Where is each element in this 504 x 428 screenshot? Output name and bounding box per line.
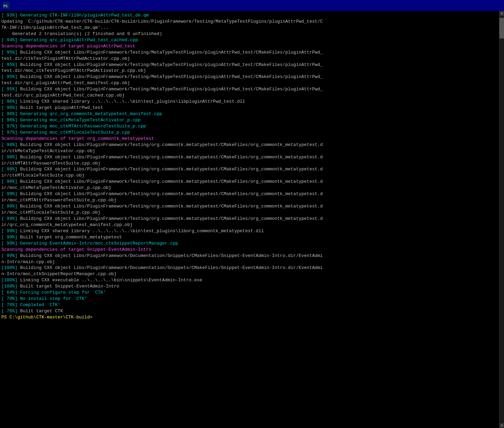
- scrollbar[interactable]: ▲ ▼: [499, 11, 504, 428]
- terminal-line: [ 95%] Building CXX object Libs/PluginFr…: [1, 49, 496, 56]
- terminal-line: [ 64%] Forcing configure step for `CTK': [1, 290, 496, 296]
- terminal-line: [ 99%] Building CXX object Libs/PluginFr…: [1, 253, 496, 259]
- terminal-line: [ 76%] Completed `CTK': [1, 302, 496, 308]
- terminal-line: ir/moc_ctkMTLocaleTestSuite_p.cpp.obj: [1, 210, 496, 216]
- terminal-line: [ 96%] Generating qrc_org_commontk_metat…: [1, 111, 496, 117]
- minimize-button[interactable]: [454, 0, 470, 11]
- terminal-line: [ 97%] Generating moc_ctkMTLocaleTestSui…: [1, 129, 496, 136]
- terminal-line: [ 99%] Generating EventAdmin-Intro/moc_c…: [1, 240, 496, 247]
- terminal-line: [ 99%] Built target org_commontk_metatyp…: [1, 234, 496, 240]
- terminal-line: test.dir/ctkTestPluginMTAttrPwdActivator…: [1, 56, 496, 62]
- terminal-line: [ 98%] Building CXX object Libs/PluginFr…: [1, 179, 496, 185]
- terminal-line: TK-INF/l10n/pluginAttrPwd_test_de.qm'...: [1, 25, 496, 31]
- titlebar-controls: [454, 0, 501, 11]
- titlebar-left: PS: [3, 2, 12, 9]
- terminal-line: [ 98%] Building CXX object Libs/PluginFr…: [1, 154, 496, 160]
- close-button[interactable]: [485, 0, 501, 11]
- terminal-line: [ 99%] Linking CXX shared library ..\..\…: [1, 228, 496, 234]
- svg-text:PS: PS: [3, 4, 8, 8]
- terminal-line: Generated 2 translation(s) (2 finished a…: [1, 31, 496, 37]
- terminal-line: [ 93%] Generating CTK-INF/l10n/pluginAtt…: [1, 12, 496, 19]
- terminal-line: [ 96%] Built target pluginAttrPwd_test: [1, 105, 496, 111]
- terminal-content: [ 93%] Generating CTK-INF/l10n/pluginAtt…: [1, 12, 503, 320]
- terminal-line: [100%] Built target Snippet-EventAdmin-I…: [1, 283, 496, 290]
- terminal-line: [ 70%] No install step for `CTK': [1, 296, 496, 302]
- window: PS [ 93%] Generating CTK-INF/l10n/plugin…: [0, 0, 504, 428]
- terminal-line: [ 97%] Generating moc_ctkMTAttrPasswordT…: [1, 123, 496, 129]
- terminal-line: [ 95%] Building CXX object Libs/PluginFr…: [1, 86, 496, 92]
- terminal-line: Scanning dependencies of target Snippet-…: [1, 247, 496, 253]
- terminal-line: [100%] Building CXX object Libs/PluginFr…: [1, 265, 496, 271]
- terminal-line: test.dir/moc_ctkTestPluginMTAttrPwdActiv…: [1, 68, 496, 74]
- terminal-line: ir/moc_ctkMTAttrPasswordTestSuite_p.cpp.…: [1, 197, 496, 203]
- terminal-line: [ 98%] Building CXX object Libs/PluginFr…: [1, 142, 496, 148]
- terminal-line: n-Intro/main.cpp.obj: [1, 259, 496, 265]
- terminal-line: PS C:\github\CTK-master\CTK-build>: [1, 314, 496, 320]
- terminal-line: ir/ctkMTLocaleTestSuite.cpp.obj: [1, 172, 496, 179]
- terminal-line: test.dir/qrc_pluginAttrPwd_test_cached.c…: [1, 92, 496, 99]
- terminal-line: [ 76%] Built target CTK: [1, 308, 496, 314]
- terminal-line: [ 95%] Building CXX object Libs/PluginFr…: [1, 62, 496, 68]
- terminal-line: [ 94%] Generating qrc_pluginAttrPwd_test…: [1, 37, 496, 43]
- powershell-icon: PS: [3, 2, 10, 9]
- terminal-line: [100%] Linking CXX executable ..\..\..\.…: [1, 277, 496, 283]
- terminal-line: ir/ctkMetaTypeTestActivator.cpp.obj: [1, 148, 496, 154]
- titlebar: PS: [0, 0, 504, 11]
- terminal-line: [ 96%] Linking CXX shared library ..\..\…: [1, 99, 496, 105]
- maximize-button[interactable]: [470, 0, 485, 11]
- scrollbar-thumb[interactable]: [499, 18, 504, 38]
- scrollbar-down-arrow[interactable]: ▼: [500, 423, 504, 428]
- terminal-line: Scanning dependencies of target org_comm…: [1, 136, 496, 142]
- terminal: [ 93%] Generating CTK-INF/l10n/pluginAtt…: [0, 11, 504, 428]
- terminal-line: [ 99%] Building CXX object Libs/PluginFr…: [1, 203, 496, 210]
- terminal-line: ir/qrc_org_commontk_metatypetest_manifes…: [1, 222, 496, 228]
- terminal-line: test.dir/qrc_pluginAttrPwd_test_manifest…: [1, 80, 496, 86]
- terminal-line: Updating `C:/github/CTK-master/CTK-build…: [1, 19, 496, 25]
- terminal-line: ir/moc_ctkMetaTypeTestActivator_p.cpp.ob…: [1, 185, 496, 191]
- terminal-line: Scanning dependencies of target pluginAt…: [1, 43, 496, 49]
- terminal-line: [ 96%] Generating moc_ctkMetaTypeTestAct…: [1, 117, 496, 123]
- scrollbar-up-arrow[interactable]: ▲: [500, 11, 504, 16]
- terminal-line: n-Intro/moc_ctkSnippetReportManager.cpp.…: [1, 271, 496, 277]
- terminal-line: ir/ctkMTAttrPasswordTestSuite.cpp.obj: [1, 160, 496, 167]
- terminal-line: [ 99%] Building CXX object Libs/PluginFr…: [1, 216, 496, 222]
- terminal-line: [ 98%] Building CXX object Libs/PluginFr…: [1, 166, 496, 172]
- terminal-line: [ 95%] Building CXX object Libs/PluginFr…: [1, 74, 496, 80]
- terminal-line: [ 99%] Building CXX object Libs/PluginFr…: [1, 191, 496, 197]
